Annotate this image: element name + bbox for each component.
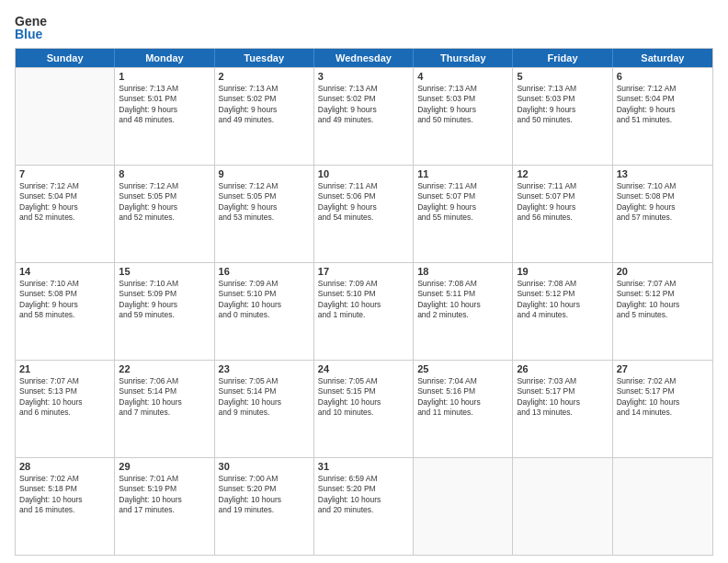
calendar-cell: 22Sunrise: 7:06 AMSunset: 5:14 PMDayligh…	[115, 361, 214, 457]
day-number: 23	[219, 363, 310, 374]
cell-line: and 17 minutes.	[119, 505, 210, 515]
calendar-cell: 6Sunrise: 7:12 AMSunset: 5:04 PMDaylight…	[613, 68, 712, 165]
day-number: 27	[617, 363, 709, 374]
cell-line: Daylight: 10 hours	[219, 397, 310, 408]
calendar-cell: 23Sunrise: 7:05 AMSunset: 5:14 PMDayligh…	[215, 361, 314, 457]
calendar-cell: 8Sunrise: 7:12 AMSunset: 5:05 PMDaylight…	[115, 166, 214, 262]
calendar-cell: 21Sunrise: 7:07 AMSunset: 5:13 PMDayligh…	[16, 361, 115, 457]
cell-line: and 7 minutes.	[119, 408, 210, 418]
day-number: 1	[119, 71, 210, 82]
calendar-cell: 15Sunrise: 7:10 AMSunset: 5:09 PMDayligh…	[115, 263, 214, 360]
day-number: 4	[417, 71, 508, 82]
svg-text:Blue: Blue	[15, 27, 43, 41]
cell-line: Sunset: 5:08 PM	[19, 289, 110, 299]
cell-line: Sunrise: 7:03 AM	[517, 376, 608, 386]
cell-line: Daylight: 9 hours	[19, 300, 110, 310]
weekday-header: Saturday	[613, 49, 712, 67]
day-number: 8	[119, 168, 210, 179]
cell-line: Daylight: 10 hours	[119, 397, 210, 408]
calendar-cell: 29Sunrise: 7:01 AMSunset: 5:19 PMDayligh…	[115, 458, 214, 555]
cell-line: Sunrise: 6:59 AM	[318, 474, 409, 484]
day-number: 28	[19, 461, 110, 472]
cell-line: Daylight: 10 hours	[119, 495, 210, 505]
cell-line: and 54 minutes.	[318, 213, 409, 223]
cell-line: Daylight: 9 hours	[617, 105, 709, 115]
cell-line: and 57 minutes.	[617, 213, 709, 223]
day-number: 18	[417, 266, 508, 277]
cell-line: and 16 minutes.	[19, 505, 110, 515]
calendar-cell: 31Sunrise: 6:59 AMSunset: 5:20 PMDayligh…	[314, 458, 414, 555]
cell-line: and 4 minutes.	[517, 310, 608, 320]
cell-line: Daylight: 10 hours	[318, 397, 409, 408]
cell-line: Daylight: 9 hours	[119, 105, 210, 115]
cell-line: Sunset: 5:17 PM	[517, 386, 608, 396]
calendar-cell: 7Sunrise: 7:12 AMSunset: 5:04 PMDaylight…	[16, 166, 115, 262]
calendar-cell	[414, 458, 513, 555]
cell-line: Sunset: 5:11 PM	[417, 289, 508, 299]
cell-line: Daylight: 10 hours	[219, 495, 310, 505]
cell-line: and 56 minutes.	[517, 213, 608, 223]
calendar-cell: 5Sunrise: 7:13 AMSunset: 5:03 PMDaylight…	[513, 68, 612, 165]
weekday-header: Friday	[513, 49, 612, 67]
cell-line: Sunset: 5:08 PM	[617, 191, 709, 201]
cell-line: Sunset: 5:19 PM	[119, 484, 210, 494]
cell-line: Sunrise: 7:12 AM	[19, 181, 110, 191]
cell-line: and 49 minutes.	[318, 115, 409, 125]
calendar-row: 28Sunrise: 7:02 AMSunset: 5:18 PMDayligh…	[16, 457, 712, 555]
cell-line: and 5 minutes.	[617, 310, 709, 320]
cell-line: Daylight: 9 hours	[19, 202, 110, 213]
calendar-cell: 12Sunrise: 7:11 AMSunset: 5:07 PMDayligh…	[513, 166, 612, 262]
cell-line: Sunset: 5:03 PM	[517, 94, 608, 104]
cell-line: Daylight: 10 hours	[417, 300, 508, 310]
cell-line: Sunrise: 7:12 AM	[219, 181, 310, 191]
cell-line: Daylight: 10 hours	[19, 495, 110, 505]
cell-line: Daylight: 9 hours	[219, 202, 310, 213]
calendar-row: 14Sunrise: 7:10 AMSunset: 5:08 PMDayligh…	[16, 262, 712, 360]
cell-line: Sunset: 5:04 PM	[19, 191, 110, 201]
cell-line: Daylight: 10 hours	[19, 397, 110, 408]
day-number: 9	[219, 168, 310, 179]
cell-line: Sunset: 5:20 PM	[219, 484, 310, 494]
calendar-cell: 20Sunrise: 7:07 AMSunset: 5:12 PMDayligh…	[613, 263, 712, 360]
cell-line: Daylight: 10 hours	[617, 397, 709, 408]
cell-line: and 2 minutes.	[417, 310, 508, 320]
calendar: SundayMondayTuesdayWednesdayThursdayFrid…	[15, 48, 713, 556]
calendar-cell: 27Sunrise: 7:02 AMSunset: 5:17 PMDayligh…	[613, 361, 712, 457]
cell-line: Daylight: 10 hours	[417, 397, 508, 408]
calendar-cell	[613, 458, 712, 555]
cell-line: Sunset: 5:14 PM	[219, 386, 310, 396]
day-number: 29	[119, 461, 210, 472]
day-number: 22	[119, 363, 210, 374]
cell-line: Sunrise: 7:08 AM	[517, 279, 608, 289]
cell-line: Sunrise: 7:12 AM	[617, 84, 709, 94]
cell-line: Sunrise: 7:02 AM	[617, 376, 709, 386]
cell-line: Sunset: 5:12 PM	[517, 289, 608, 299]
cell-line: Daylight: 9 hours	[617, 202, 709, 213]
cell-line: Sunset: 5:05 PM	[219, 191, 310, 201]
cell-line: Sunrise: 7:13 AM	[517, 84, 608, 94]
cell-line: Sunrise: 7:10 AM	[19, 279, 110, 289]
cell-line: Sunset: 5:16 PM	[417, 386, 508, 396]
cell-line: Sunset: 5:18 PM	[19, 484, 110, 494]
cell-line: Sunset: 5:17 PM	[617, 386, 709, 396]
calendar-row: 1Sunrise: 7:13 AMSunset: 5:01 PMDaylight…	[16, 67, 712, 165]
day-number: 5	[517, 71, 608, 82]
cell-line: and 52 minutes.	[119, 213, 210, 223]
calendar-header: SundayMondayTuesdayWednesdayThursdayFrid…	[16, 49, 712, 67]
day-number: 11	[417, 168, 508, 179]
cell-line: Daylight: 10 hours	[517, 397, 608, 408]
cell-line: and 13 minutes.	[517, 408, 608, 418]
cell-line: Sunrise: 7:00 AM	[219, 474, 310, 484]
day-number: 15	[119, 266, 210, 277]
cell-line: and 50 minutes.	[417, 115, 508, 125]
cell-line: Daylight: 10 hours	[517, 300, 608, 310]
cell-line: Daylight: 9 hours	[119, 202, 210, 213]
cell-line: Sunset: 5:15 PM	[318, 386, 409, 396]
calendar-cell: 9Sunrise: 7:12 AMSunset: 5:05 PMDaylight…	[215, 166, 314, 262]
cell-line: Sunrise: 7:13 AM	[318, 84, 409, 94]
calendar-cell: 4Sunrise: 7:13 AMSunset: 5:03 PMDaylight…	[414, 68, 513, 165]
day-number: 13	[617, 168, 709, 179]
cell-line: and 11 minutes.	[417, 408, 508, 418]
cell-line: and 51 minutes.	[617, 115, 709, 125]
cell-line: Daylight: 9 hours	[517, 105, 608, 115]
